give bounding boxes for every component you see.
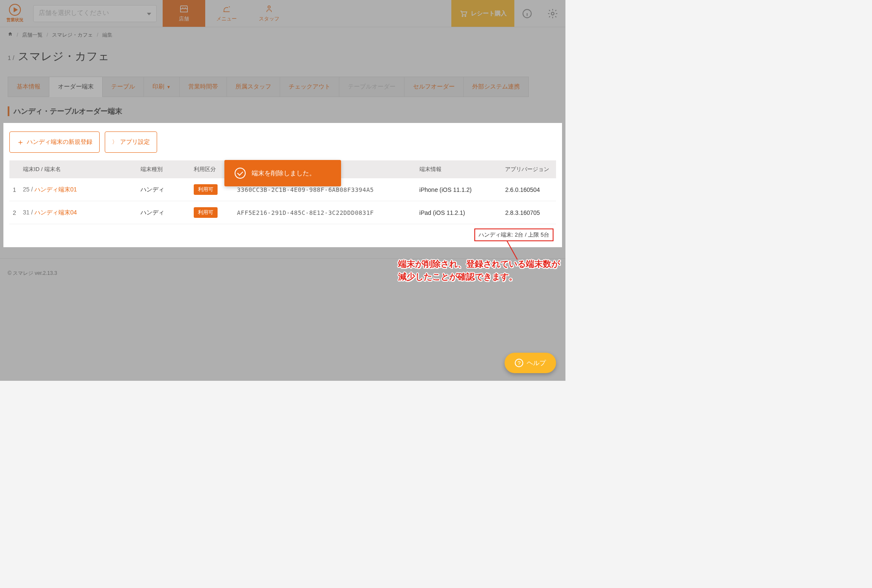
cart-icon [459, 9, 468, 18]
nav-menu-label: メニュー [216, 15, 237, 23]
row-index: 2 [9, 201, 20, 224]
main-nav: 店舗 メニュー スタッフ [163, 0, 290, 27]
breadcrumb-stores[interactable]: 店舗一覧 [22, 32, 43, 38]
menu-icon [221, 4, 232, 14]
tab-7: テーブルオーダー [339, 77, 404, 97]
store-select[interactable]: 店舗を選択してください [33, 5, 157, 22]
play-icon [9, 4, 21, 16]
terminal-limit-box: ハンディ端末: 2台 / 上限 5台 [474, 228, 554, 241]
help-label: ヘルプ [527, 359, 546, 367]
row-type: ハンディ [137, 178, 191, 201]
col-header-1: 端末種別 [137, 160, 191, 178]
svg-point-0 [268, 6, 270, 9]
receipt-purchase-button[interactable]: レシート購入 [451, 0, 514, 27]
row-serial: AFF5E216-291D-485C-8E12-3C22DDD0831F [234, 201, 416, 224]
nav-menu[interactable]: メニュー [205, 0, 248, 27]
help-button[interactable]: ? ヘルプ [505, 353, 556, 373]
chevron-right-icon: 〉 [112, 138, 118, 146]
add-button-label: ハンディ端末の新規登録 [27, 138, 92, 146]
table-row[interactable]: 231 / ハンディ端末04ハンディ利用可AFF5E216-291D-485C-… [9, 201, 556, 224]
tabs: 基本情報オーダー端末テーブル印刷▼営業時間帯所属スタッフチェックアウトテーブルオ… [0, 77, 565, 97]
toast-deleted: 端末を削除しました。 [224, 160, 341, 186]
tab-5[interactable]: 所属スタッフ [227, 77, 280, 97]
svg-point-4 [551, 12, 554, 15]
plus-icon: ＋ [17, 137, 24, 147]
page-title-prefix: 1 / [8, 54, 14, 61]
page-title-row: 1 / スマレジ・カフェ [0, 43, 565, 77]
row-index: 1 [9, 178, 20, 201]
info-button[interactable] [514, 0, 540, 27]
caret-icon: ▼ [166, 85, 171, 89]
app-settings-label: アプリ設定 [120, 138, 150, 146]
right-tools: レシート購入 [451, 0, 565, 27]
receipt-label: レシート購入 [471, 10, 507, 17]
col-header-5: アプリバージョン [502, 160, 556, 178]
svg-line-5 [507, 240, 517, 260]
row-version: 2.6.0.160504 [502, 178, 556, 201]
check-icon [235, 168, 246, 179]
top-bar: 営業状況 店舗を選択してください 店舗 メニュー スタッフ レシート購入 [0, 0, 565, 27]
staff-icon [263, 4, 275, 14]
tab-8[interactable]: セルフオーダー [404, 77, 464, 97]
gear-icon [547, 8, 558, 19]
nav-store[interactable]: 店舗 [163, 0, 205, 27]
row-version: 2.8.3.160705 [502, 201, 556, 224]
breadcrumb-store-name[interactable]: スマレジ・カフェ [52, 32, 93, 38]
store-icon [178, 4, 190, 14]
info-icon [522, 8, 533, 19]
tab-2[interactable]: テーブル [102, 77, 144, 97]
svg-point-2 [465, 15, 466, 16]
row-info: iPhone (iOS 11.1.2) [416, 178, 502, 201]
breadcrumb-current: 編集 [102, 32, 112, 38]
nav-store-label: 店舗 [179, 15, 189, 23]
col-header-0: 端末ID / 端末名 [20, 160, 137, 178]
row-id-name: 25 / ハンディ端末01 [20, 178, 137, 201]
brand-label: 営業状況 [6, 17, 23, 23]
tab-3[interactable]: 印刷▼ [143, 77, 180, 97]
breadcrumb: / 店舗一覧 / スマレジ・カフェ / 編集 [0, 27, 565, 43]
col-header-4: 端末情報 [416, 160, 502, 178]
home-icon [8, 31, 13, 37]
add-handy-terminal-button[interactable]: ＋ ハンディ端末の新規登録 [9, 131, 100, 153]
breadcrumb-home[interactable] [8, 32, 14, 38]
toast-text: 端末を削除しました。 [252, 169, 316, 177]
annotation-text: 端末が削除され、登録されている端末数が減少したことが確認できます。 [398, 257, 560, 283]
row-info: iPad (iOS 11.2.1) [416, 201, 502, 224]
nav-staff-label: スタッフ [259, 15, 279, 23]
tab-4[interactable]: 営業時間帯 [179, 77, 227, 97]
row-id-name: 31 / ハンディ端末04 [20, 201, 137, 224]
tab-1[interactable]: オーダー端末 [49, 77, 103, 97]
settings-button[interactable] [540, 0, 565, 27]
tab-0[interactable]: 基本情報 [8, 77, 49, 97]
section-heading: ハンディ・テーブルオーダー端末 [8, 106, 558, 116]
page-title: スマレジ・カフェ [18, 50, 109, 63]
brand-status[interactable]: 営業状況 [0, 0, 30, 27]
tab-9[interactable]: 外部システム連携 [463, 77, 529, 97]
row-status: 利用可 [190, 201, 233, 224]
help-icon: ? [515, 359, 523, 367]
nav-staff[interactable]: スタッフ [248, 0, 290, 27]
tab-6[interactable]: チェックアウト [280, 77, 339, 97]
app-settings-button[interactable]: 〉 アプリ設定 [105, 131, 157, 153]
row-type: ハンディ [137, 201, 191, 224]
svg-point-1 [462, 15, 463, 16]
